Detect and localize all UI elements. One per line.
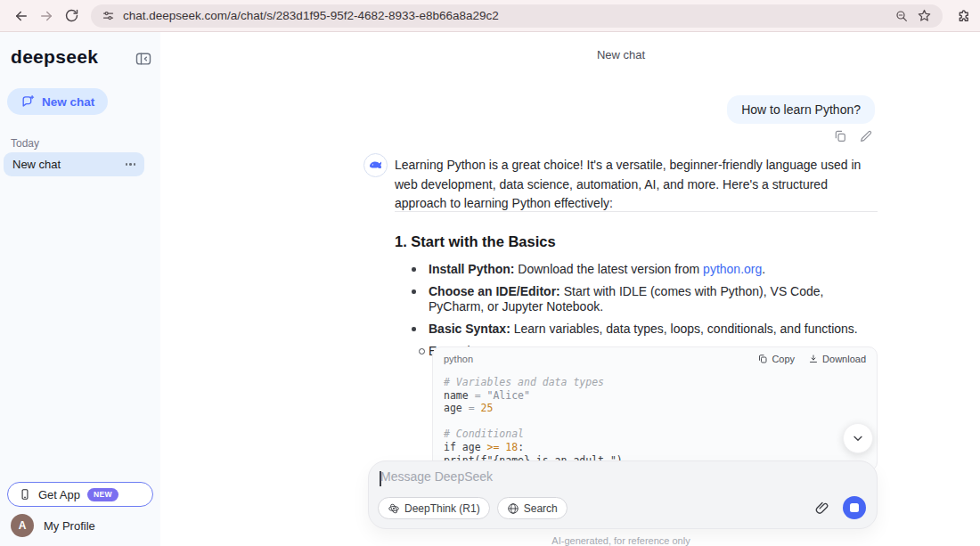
phone-icon [19, 488, 31, 501]
assistant-intro: Learning Python is a great choice! It's … [395, 156, 878, 214]
browser-window: chat.deepseek.com/a/chat/s/283d1f95-95f2… [0, 0, 980, 546]
url-bar[interactable]: chat.deepseek.com/a/chat/s/283d1f95-95f2… [91, 4, 943, 28]
user-message-bubble: How to learn Python? [727, 95, 875, 124]
deepseek-whale-icon [363, 153, 388, 177]
edit-message-icon[interactable] [859, 129, 873, 143]
more-options-icon[interactable] [126, 163, 136, 166]
history-section-label: Today [11, 137, 39, 150]
new-chat-label: New chat [42, 95, 94, 109]
code-block-header: python Copy Download [433, 347, 877, 371]
new-chat-button[interactable]: New chat [7, 88, 108, 115]
zoom-out-icon[interactable] [894, 9, 909, 23]
history-item-label: New chat [12, 158, 126, 171]
extensions-icon[interactable] [955, 8, 971, 24]
search-toggle[interactable]: Search [497, 497, 568, 519]
code-language-label: python [444, 354, 744, 364]
message-composer: DeepThink (R1) Search [368, 460, 878, 529]
site-settings-icon[interactable] [102, 9, 115, 22]
send-button[interactable] [843, 496, 866, 519]
back-icon[interactable] [9, 4, 34, 29]
get-app-label: Get App [38, 488, 80, 501]
stop-square-icon [850, 503, 859, 512]
history-item-new-chat[interactable]: New chat [4, 152, 144, 176]
chevron-down-icon [851, 431, 865, 445]
browser-chrome: chat.deepseek.com/a/chat/s/283d1f95-95f2… [0, 0, 980, 32]
atom-icon [388, 502, 400, 515]
collapse-sidebar-icon[interactable] [135, 50, 152, 71]
get-app-button[interactable]: Get App NEW [7, 482, 153, 507]
expand-code-button[interactable] [843, 423, 873, 453]
globe-icon [507, 502, 519, 515]
chat-title: New chat [363, 48, 878, 61]
new-badge: NEW [87, 488, 118, 501]
message-input[interactable] [380, 469, 755, 484]
chat-plus-icon [20, 94, 36, 110]
chat-main: New chat How to learn Python? Learning P… [160, 32, 980, 546]
attach-paperclip-icon[interactable] [813, 500, 830, 517]
divider [395, 211, 878, 212]
avatar: A [11, 514, 34, 537]
download-code-button[interactable]: Download [808, 354, 866, 364]
message-actions [833, 129, 873, 143]
deepseek-logo: deepseek [11, 46, 98, 68]
search-label: Search [524, 502, 558, 515]
code-block: python Copy Download # Variables and dat… [432, 346, 878, 471]
list-item: Choose an IDE/Editor: Start with IDLE (c… [395, 284, 878, 314]
python-org-link[interactable]: python.org [703, 262, 762, 276]
code-content: # Variables and data typesname = "Alice"… [433, 371, 877, 471]
bookmark-star-icon[interactable] [917, 8, 932, 23]
section-heading: 1. Start with the Basics [395, 233, 556, 250]
forward-icon[interactable] [34, 4, 59, 29]
deepthink-toggle[interactable]: DeepThink (R1) [378, 497, 490, 519]
profile-button[interactable]: A My Profile [11, 514, 95, 537]
deepthink-label: DeepThink (R1) [404, 502, 480, 515]
list-item: Basic Syntax: Learn variables, data type… [395, 322, 878, 337]
composer-actions [813, 496, 866, 519]
list-item: Install Python: Download the latest vers… [395, 262, 878, 277]
profile-label: My Profile [44, 519, 95, 533]
composer-toggles: DeepThink (R1) Search [378, 497, 568, 519]
copy-code-button[interactable]: Copy [757, 354, 795, 364]
sidebar: deepseek New chat Today New chat Get App [0, 32, 160, 546]
copy-message-icon[interactable] [833, 129, 847, 143]
url-text: chat.deepseek.com/a/chat/s/283d1f95-95f2… [123, 9, 499, 22]
reload-icon[interactable] [59, 4, 84, 29]
disclaimer-text: AI-generated, for reference only [363, 535, 878, 546]
